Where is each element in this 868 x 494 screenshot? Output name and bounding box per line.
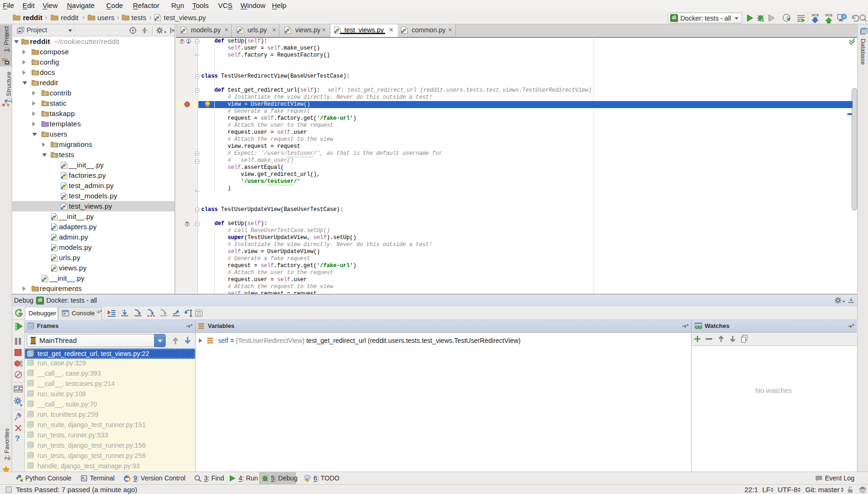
svg-text:VCS: VCS (825, 13, 832, 17)
svg-text:VCS: VCS (811, 13, 818, 17)
